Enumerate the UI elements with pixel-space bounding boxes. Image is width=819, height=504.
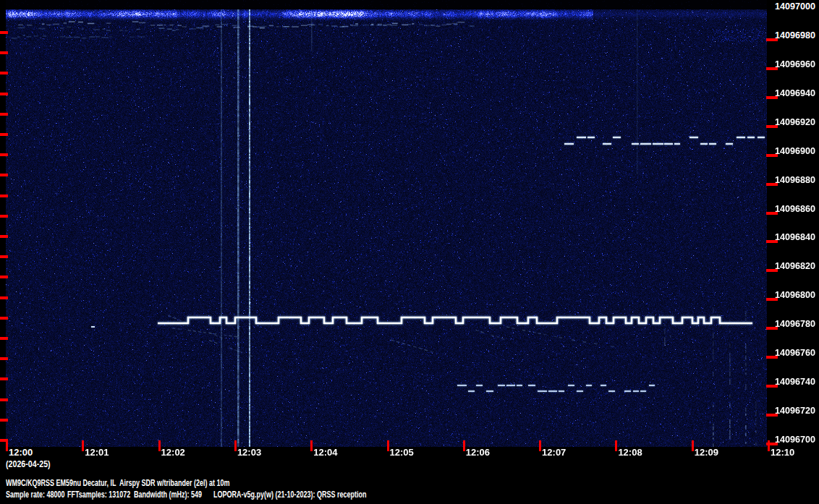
time-tick [6, 440, 8, 451]
time-tick [768, 440, 770, 451]
freq-tick-right [766, 298, 778, 301]
time-tick [692, 440, 694, 451]
freq-label: 14096900 [775, 145, 815, 156]
sample-rate-label: Sample rate: 48000 [6, 490, 65, 500]
freq-tick-left [0, 174, 8, 176]
freq-label: 14097000 [775, 1, 815, 12]
time-label: 12:05 [390, 447, 414, 458]
freq-label: 14096880 [775, 174, 815, 185]
freq-label: 14096840 [775, 231, 815, 242]
freq-tick-left [0, 153, 8, 156]
freq-tick-right [766, 125, 778, 128]
freq-label: 14096860 [775, 203, 815, 214]
freq-label: 14096780 [775, 318, 815, 329]
time-label: 12:04 [313, 447, 337, 458]
time-label: 12:03 [237, 447, 261, 458]
freq-tick-left [0, 113, 8, 116]
freq-label: 14096820 [775, 260, 815, 271]
time-tick [387, 440, 389, 451]
time-tick [463, 440, 465, 451]
freq-label: 14096800 [775, 289, 815, 300]
freq-tick-right [766, 67, 778, 70]
time-label: 12:07 [542, 447, 566, 458]
freq-tick-left [0, 398, 8, 401]
time-label: 12:01 [85, 447, 109, 458]
freq-tick-left [0, 357, 8, 360]
freq-label: 14096980 [775, 30, 815, 40]
fft-samples-label: FFTsamples: 131072 [67, 490, 130, 500]
time-tick [82, 440, 84, 451]
freq-tick-left [0, 255, 8, 258]
freq-tick-right [766, 183, 778, 186]
freq-tick-left [0, 296, 8, 299]
freq-tick-right [766, 269, 778, 272]
time-label: 12:00 [9, 447, 33, 458]
time-label: 12:09 [695, 447, 718, 458]
freq-tick-left [0, 51, 8, 54]
freq-tick-right [766, 154, 778, 157]
time-tick [539, 440, 541, 451]
freq-tick-left [0, 377, 8, 380]
spectrogram-canvas [6, 0, 767, 447]
freq-tick-left [0, 317, 8, 320]
freq-tick-left [0, 276, 8, 278]
freq-label: 14096920 [775, 116, 815, 127]
freq-tick-right [766, 38, 778, 41]
software-version-label: LOPORA-v5g.py(w) (21-10-2023): QRSS rece… [213, 490, 367, 500]
freq-label: 14096720 [775, 405, 815, 416]
freq-tick-right [766, 212, 778, 215]
freq-label: 14096700 [775, 434, 815, 445]
freq-tick-left [0, 419, 8, 422]
qrss-grabber-view: 1409700014096980140969601409694014096920… [0, 0, 819, 504]
freq-tick-left [0, 72, 8, 74]
freq-label: 14096960 [775, 59, 815, 69]
time-label: 12:06 [466, 447, 490, 458]
freq-tick-left [0, 195, 8, 197]
freq-tick-left [0, 235, 8, 238]
freq-tick-left [0, 31, 8, 34]
freq-tick-left [0, 337, 8, 340]
freq-tick-left [0, 215, 8, 218]
freq-tick-left [0, 93, 8, 95]
time-label: 12:10 [771, 447, 794, 458]
time-tick [234, 440, 237, 451]
freq-tick-left [0, 133, 8, 136]
freq-label: 14096940 [775, 87, 815, 98]
freq-tick-right [766, 414, 778, 417]
freq-tick-right [766, 240, 778, 243]
time-label: 12:02 [161, 447, 185, 458]
freq-label: 14096740 [775, 376, 815, 387]
freq-tick-right [766, 96, 778, 99]
bandwidth-label: Bandwidth (mHz): 549 [134, 490, 202, 500]
time-tick [158, 440, 161, 451]
freq-tick-right [766, 385, 778, 388]
freq-tick-right [766, 356, 778, 359]
station-info-line: WM9C/KQ9RSS EM59nu Decatur, IL Airspy SD… [6, 478, 230, 488]
freq-label: 14096760 [775, 347, 815, 358]
time-tick [615, 440, 617, 451]
time-tick [310, 440, 313, 451]
time-label: 12:08 [618, 447, 642, 458]
date-label: (2026-04-25) [6, 458, 51, 469]
freq-tick-right [766, 327, 778, 330]
